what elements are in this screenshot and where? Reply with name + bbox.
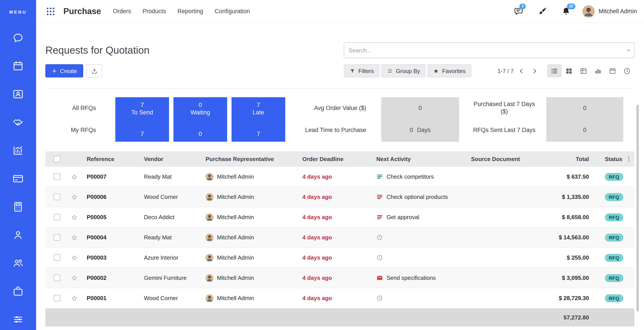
next-activity-button[interactable] xyxy=(373,295,468,302)
rfq-reference: P00002 xyxy=(83,275,140,281)
sidebar-app-calendar[interactable] xyxy=(12,60,24,72)
next-activity-button[interactable] xyxy=(373,254,468,261)
dashboard-tile-late[interactable]: 7 Late 7 xyxy=(232,97,285,142)
column-header-deadline[interactable]: Order Deadline xyxy=(299,156,373,162)
total-amount: $ 3,095.00 xyxy=(549,268,601,288)
column-header-total[interactable]: Total xyxy=(549,151,601,167)
favorite-toggle[interactable] xyxy=(67,295,83,302)
view-activity-button[interactable] xyxy=(620,64,634,77)
favorites-button[interactable]: Favorites xyxy=(428,64,472,77)
rep-avatar xyxy=(206,173,214,181)
apps-menu-button[interactable] xyxy=(45,6,56,16)
favorite-toggle[interactable] xyxy=(67,254,83,261)
activities-bell-button[interactable]: 32 xyxy=(561,6,571,16)
favorite-toggle[interactable] xyxy=(67,274,83,281)
sidebar-app-briefcase[interactable] xyxy=(12,286,24,297)
column-header-representative[interactable]: Purchase Representative xyxy=(202,156,299,162)
tile-label: Waiting xyxy=(190,109,210,117)
table-row[interactable]: P00007 Ready Mat Mitchell Admin 4 days a… xyxy=(45,167,634,187)
table-row[interactable]: P00003 Azure Interior Mitchell Admin 4 d… xyxy=(45,248,634,268)
column-header-reference[interactable]: Reference xyxy=(83,156,140,162)
view-graph-button[interactable] xyxy=(591,64,605,77)
dashboard-tile-waiting[interactable]: 0 Waiting 0 xyxy=(174,97,227,142)
favorite-toggle[interactable] xyxy=(67,214,83,221)
pager-next-button[interactable] xyxy=(529,65,540,76)
favorite-star-icon xyxy=(71,234,78,241)
select-all-checkbox[interactable] xyxy=(54,156,60,162)
sidebar-app-contact-card[interactable] xyxy=(12,88,24,100)
avg-order-metrics-tile[interactable]: 0 0 Days xyxy=(381,97,459,142)
sidebar-app-sliders[interactable] xyxy=(12,314,24,325)
favorite-toggle[interactable] xyxy=(67,173,83,180)
vendor-name: Wood Corner xyxy=(140,295,202,302)
column-header-source[interactable]: Source Document xyxy=(468,156,549,162)
metric-labels-right: Purchased Last 7 Days ($) RFQs Sent Last… xyxy=(472,97,536,142)
filters-button[interactable]: Filters xyxy=(344,64,380,77)
row-checkbox[interactable] xyxy=(54,254,60,261)
status-badge: RFQ xyxy=(605,173,623,181)
activity-label: Check optional products xyxy=(386,194,448,200)
vendor-name: Ready Mat xyxy=(140,173,202,180)
last-7-days-metrics-tile[interactable]: 0 0 xyxy=(546,97,623,142)
group-by-button[interactable]: Group By xyxy=(382,64,426,77)
search-input[interactable] xyxy=(344,42,634,58)
next-activity-button[interactable]: Check competitors xyxy=(373,173,468,180)
user-menu[interactable]: Mitchell Admin xyxy=(582,5,637,17)
lead-time-suffix: Days xyxy=(417,126,431,133)
row-checkbox[interactable] xyxy=(54,234,60,241)
view-calendar-button[interactable] xyxy=(605,64,620,77)
control-panel-top: Requests for Quotation xyxy=(45,41,634,59)
column-header-activity[interactable]: Next Activity xyxy=(373,156,468,162)
row-checkbox[interactable] xyxy=(54,173,60,180)
row-checkbox[interactable] xyxy=(54,275,60,281)
next-activity-button[interactable]: Send specifications xyxy=(373,275,468,281)
favorites-label: Favorites xyxy=(442,67,466,74)
sidebar-app-handshake[interactable] xyxy=(12,117,24,128)
sidebar-app-chart[interactable] xyxy=(12,145,24,156)
optional-columns-button[interactable] xyxy=(624,153,634,165)
menu-reporting[interactable]: Reporting xyxy=(172,0,209,23)
export-button[interactable] xyxy=(86,64,102,77)
my-rfqs-label[interactable]: My RFQs xyxy=(45,118,96,141)
menu-products[interactable]: Products xyxy=(137,0,172,23)
rfq-reference: P00005 xyxy=(83,214,140,220)
menu-toggle[interactable]: MENU xyxy=(9,10,27,14)
next-activity-button[interactable]: Check optional products xyxy=(373,194,468,200)
favorite-toggle[interactable] xyxy=(67,234,83,241)
tile-all-rfqs-value: 7 xyxy=(140,101,144,109)
order-deadline: 4 days ago xyxy=(299,234,373,241)
app-title[interactable]: Purchase xyxy=(64,6,101,16)
row-checkbox[interactable] xyxy=(54,295,60,302)
create-button[interactable]: Create xyxy=(45,64,83,77)
favorite-toggle[interactable] xyxy=(67,193,83,200)
view-pivot-button[interactable] xyxy=(576,64,591,77)
sidebar-app-user[interactable] xyxy=(12,229,24,241)
dashboard-tile-to-send[interactable]: 7 To Send 7 xyxy=(115,97,169,142)
menu-orders[interactable]: Orders xyxy=(107,0,137,23)
table-row[interactable]: P00006 Wood Corner Mitchell Admin 4 days… xyxy=(45,187,634,207)
sidebar-app-chat[interactable] xyxy=(12,32,24,43)
purchased-last-7-days-label: Purchased Last 7 Days ($) xyxy=(472,97,536,118)
search-options-caret[interactable] xyxy=(626,47,632,53)
pager-previous-button[interactable] xyxy=(516,65,527,76)
sidebar-app-credit-card[interactable] xyxy=(12,173,24,184)
rep-name: Mitchell Admin xyxy=(217,194,254,200)
next-activity-button[interactable]: Get approval xyxy=(373,214,468,220)
vertical-scrollbar[interactable] xyxy=(636,105,639,312)
view-list-button[interactable] xyxy=(547,64,562,77)
table-row[interactable]: P00002 Gemini Furniture Mitchell Admin 4… xyxy=(45,268,634,288)
all-rfqs-label[interactable]: All RFQs xyxy=(45,97,96,118)
theme-brush-button[interactable] xyxy=(538,6,547,16)
table-row[interactable]: P00001 Wood Corner Mitchell Admin 4 days… xyxy=(45,288,634,309)
sidebar-app-calculator[interactable] xyxy=(12,201,24,213)
view-kanban-button[interactable] xyxy=(562,64,576,77)
column-header-vendor[interactable]: Vendor xyxy=(140,156,202,162)
row-checkbox[interactable] xyxy=(54,194,60,200)
table-row[interactable]: P00004 Ready Mat Mitchell Admin 4 days a… xyxy=(45,228,634,248)
table-row[interactable]: P00005 Deco Addict Mitchell Admin 4 days… xyxy=(45,207,634,228)
row-checkbox[interactable] xyxy=(54,214,60,220)
messages-button[interactable]: 3 xyxy=(514,6,524,16)
menu-configuration[interactable]: Configuration xyxy=(209,0,256,23)
next-activity-button[interactable] xyxy=(373,234,468,241)
sidebar-app-users[interactable] xyxy=(12,257,24,269)
